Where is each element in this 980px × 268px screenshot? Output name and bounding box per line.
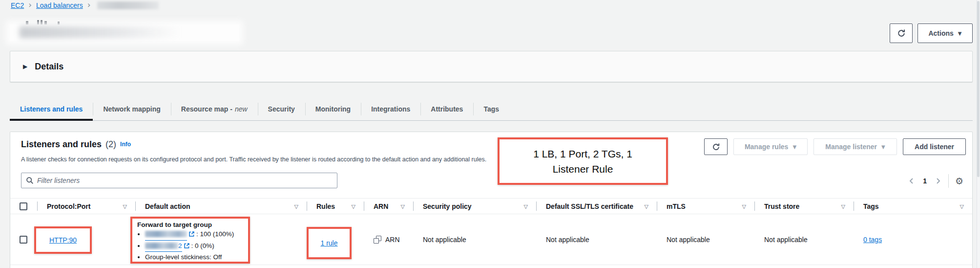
chevron-down-icon: ▼ [792, 145, 796, 150]
rules-link[interactable]: 1 rule [320, 239, 337, 247]
column-label: Security policy [423, 202, 472, 210]
tab-security[interactable]: Security [258, 97, 305, 120]
tab-monitoring[interactable]: Monitoring [305, 97, 361, 120]
page-refresh-button[interactable] [890, 23, 913, 43]
refresh-icon [712, 143, 720, 151]
tab-label: Monitoring [315, 105, 351, 113]
tags-link[interactable]: 0 tags [863, 236, 882, 244]
add-listener-button[interactable]: Add listener [903, 138, 966, 155]
aws-console-page: { "breadcrumb": { "items": [ { "label": … [0, 0, 980, 268]
column-label: Trust store [764, 202, 799, 210]
annotation-line-1: 1 LB, 1 Port, 2 TGs, 1 [533, 146, 632, 161]
header-select-cell [10, 199, 37, 214]
actions-button[interactable]: Actions ▼ [917, 23, 973, 43]
sort-icon[interactable]: ▽ [960, 203, 964, 209]
manage-listener-label: Manage listener [825, 143, 877, 151]
column-label: Protocol:Port [47, 202, 90, 210]
sort-icon[interactable]: ▽ [401, 203, 405, 209]
sort-icon[interactable]: ▽ [645, 203, 648, 209]
mtls-value: Not applicable [667, 236, 710, 244]
next-page-button[interactable] [934, 177, 942, 185]
info-link[interactable]: Info [120, 141, 131, 148]
default-action-annotation: Forward to target group : 100 (100%) 2: … [130, 217, 250, 264]
actions-button-label: Actions [928, 29, 953, 37]
row-checkbox[interactable] [20, 236, 27, 244]
table-row: ARN Not applicable Not applicable Not ap… [10, 214, 972, 265]
details-expander[interactable]: ▶ Details [10, 51, 973, 82]
tab-label: Resource map - [181, 105, 232, 113]
breadcrumb-ec2-link[interactable]: EC2 [11, 1, 24, 9]
details-label: Details [35, 62, 63, 72]
tab-network-mapping[interactable]: Network mapping [93, 97, 170, 120]
page-number[interactable]: 1 [922, 177, 928, 185]
certificate-value: Not applicable [546, 236, 589, 244]
arn-label: ARN [385, 236, 400, 244]
gear-icon[interactable]: ⚙ [955, 177, 963, 186]
column-header-tags[interactable]: Tags ▽ [854, 199, 972, 214]
table-header: Protocol:Port ▽ Default action ▽ Rules ▽… [10, 198, 972, 214]
tab-integrations[interactable]: Integrations [361, 97, 420, 120]
tab-attributes[interactable]: Attributes [420, 97, 473, 120]
previous-page-button[interactable] [908, 177, 916, 185]
sort-icon[interactable]: ▽ [841, 203, 845, 209]
column-label: ARN [374, 202, 388, 210]
sort-icon[interactable]: ▽ [123, 203, 127, 209]
protocol-port-annotation: HTTP:90 [34, 226, 92, 254]
table-refresh-button[interactable] [704, 138, 728, 155]
tab-tags[interactable]: Tags [473, 97, 509, 120]
search-icon [26, 177, 34, 184]
breadcrumb-separator-icon: › [28, 1, 32, 9]
tab-label: Attributes [431, 105, 463, 113]
target-group-link[interactable] [145, 229, 187, 241]
column-header-default-action[interactable]: Default action ▽ [135, 199, 307, 214]
row-arn-cell: ARN [364, 214, 413, 265]
panel-count: (2) [105, 139, 116, 150]
column-header-protocol-port[interactable]: Protocol:Port ▽ [37, 199, 135, 214]
stickiness-value: Group-level stickiness: Off [145, 253, 222, 261]
page-title-redacted [10, 19, 254, 43]
manage-listener-button[interactable]: Manage listener ▼ [813, 138, 897, 155]
column-header-mtls[interactable]: mTLS ▽ [657, 199, 754, 214]
target-group-name-suffix: 2 [178, 242, 182, 249]
column-header-trust-store[interactable]: Trust store ▽ [754, 199, 854, 214]
listener-link[interactable]: HTTP:90 [49, 236, 77, 244]
target-group-weight: : 100 (100%) [196, 230, 234, 238]
column-label: Tags [863, 202, 879, 210]
column-header-default-ssl-certificate[interactable]: Default SSL/TLS certificate ▽ [536, 199, 657, 214]
external-link-icon[interactable] [184, 242, 190, 252]
row-tags-cell: 0 tags [854, 214, 972, 265]
add-listener-label: Add listener [915, 143, 954, 151]
filter-listeners-input[interactable] [37, 173, 337, 188]
divider [948, 174, 949, 188]
filter-box [21, 173, 337, 188]
column-header-rules[interactable]: Rules ▽ [307, 199, 364, 214]
breadcrumb: EC2 › Load balancers › [11, 1, 159, 9]
annotation-line-2: Listener Rule [553, 161, 613, 177]
redacted-target-group-name [145, 231, 187, 237]
scrollbar-thumb[interactable] [977, 1, 980, 177]
manage-rules-button[interactable]: Manage rules ▼ [733, 138, 808, 155]
vertical-scrollbar[interactable] [977, 0, 980, 268]
target-group-item: 2: 0 (0%) [145, 241, 243, 252]
row-security-policy-cell: Not applicable [413, 214, 536, 265]
sort-icon[interactable]: ▽ [294, 203, 298, 209]
default-action-title: Forward to target group [137, 221, 243, 228]
tab-listeners-and-rules[interactable]: Listeners and rules [10, 97, 93, 120]
target-group-link[interactable]: 2 [145, 241, 182, 252]
tab-resource-map[interactable]: Resource map - new [171, 97, 258, 120]
sort-icon[interactable]: ▽ [524, 203, 528, 209]
row-mtls-cell: Not applicable [657, 214, 754, 265]
target-group-item: : 100 (100%) [145, 229, 243, 241]
panel-heading: Listeners and rules (2) Info [21, 139, 131, 150]
select-all-checkbox[interactable] [20, 202, 27, 210]
tab-label: Integrations [371, 105, 410, 113]
title-redaction-smudge [20, 26, 181, 38]
sort-icon[interactable]: ▽ [352, 203, 355, 209]
sort-icon[interactable]: ▽ [742, 203, 746, 209]
external-link-icon[interactable] [188, 230, 195, 241]
column-header-security-policy[interactable]: Security policy ▽ [413, 199, 536, 214]
column-header-arn[interactable]: ARN ▽ [364, 199, 413, 214]
copy-arn-button[interactable]: ARN [374, 236, 400, 244]
breadcrumb-load-balancers-link[interactable]: Load balancers [36, 1, 83, 9]
column-label: Default action [145, 202, 190, 210]
